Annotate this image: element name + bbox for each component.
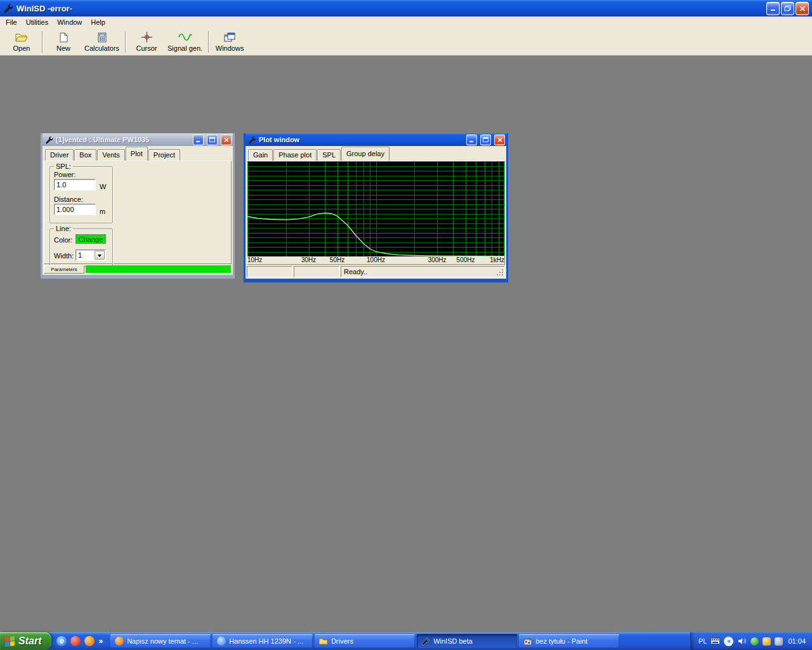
main-titlebar[interactable]: WinISD -error- [0, 0, 812, 17]
taskbar: Start e » Napisz nowy temat - ... Hansse… [0, 632, 812, 650]
menu-utilities[interactable]: Utilities [22, 17, 53, 27]
open-label: Open [13, 44, 30, 52]
groupdelay-plot-svg [247, 161, 504, 256]
new-button[interactable]: New [46, 29, 81, 55]
distance-label: Distance: [54, 196, 83, 203]
tray-antivirus-icon[interactable] [750, 637, 759, 646]
windows-button[interactable]: Windows [212, 29, 247, 55]
task-button-hanssen[interactable]: Hanssen HH 1239N - ... [213, 634, 313, 648]
quick-launch-overflow-chevron[interactable]: » [98, 637, 103, 646]
open-button[interactable]: Open [4, 29, 39, 55]
distance-input[interactable] [54, 204, 96, 215]
project-minimize-button[interactable] [193, 135, 204, 145]
tab-box[interactable]: Box [74, 149, 96, 161]
cursor-label: Cursor [136, 44, 157, 52]
tab-gain[interactable]: Gain [248, 149, 273, 161]
tab-spl[interactable]: SPL [317, 149, 341, 161]
system-tray: PL « 01:04 [690, 632, 812, 650]
task-button-forum[interactable]: Napisz nowy temat - ... [110, 634, 211, 648]
power-label: Power: [54, 171, 75, 178]
tab-group-delay[interactable]: Group delay [341, 147, 390, 161]
quick-launch-app-icon[interactable] [70, 636, 81, 646]
hide-tray-icons-chevron[interactable]: « [724, 637, 733, 646]
language-indicator[interactable]: PL [698, 637, 707, 645]
tab-project[interactable]: Project [148, 149, 180, 161]
plot-window-icon [248, 136, 256, 144]
plot-window-titlebar[interactable]: Plot window [246, 133, 506, 146]
volume-icon[interactable] [737, 637, 747, 646]
tab-vents[interactable]: Vents [97, 149, 125, 161]
menu-window[interactable]: Window [53, 17, 86, 27]
project-close-button[interactable] [221, 135, 232, 145]
tray-app-icon[interactable] [775, 637, 783, 646]
menu-help[interactable]: Help [86, 17, 110, 27]
x-axis-tick-row: 10Hz30Hz50Hz100Hz300Hz500Hz1kHz [247, 256, 504, 264]
chevron-down-icon [98, 255, 102, 259]
cursor-button[interactable]: Cursor [129, 29, 164, 55]
plot-statusbar: Ready.. [247, 266, 505, 277]
line-color-change-button[interactable]: Change [75, 234, 106, 244]
minimize-button[interactable] [766, 2, 780, 15]
tab-phase-plot[interactable]: Phase plot [273, 149, 317, 161]
start-label: Start [18, 635, 41, 647]
tab-plot[interactable]: Plot [126, 147, 148, 161]
task-buttons: Napisz nowy temat - ... Hanssen HH 1239N… [110, 634, 619, 648]
firefox-icon[interactable] [84, 636, 95, 646]
taskbar-clock[interactable]: 01:04 [787, 637, 806, 645]
menu-file[interactable]: File [1, 17, 22, 27]
plot-window[interactable]: Plot window Gain Phase plot SPL Group de… [244, 133, 508, 282]
restore-button[interactable] [781, 2, 794, 15]
plot-window-tabs: Gain Phase plot SPL Group delay [248, 147, 390, 161]
toolbar-separator [42, 31, 43, 53]
paint-app-icon [523, 637, 532, 646]
task-button-winisd[interactable]: WinISD beta [417, 634, 517, 648]
width-dropdown-arrow[interactable] [95, 251, 105, 260]
tray-update-icon[interactable] [763, 637, 771, 646]
project-window[interactable]: [1]vented : Ultimate PW1035 Driver Box V… [41, 133, 235, 279]
power-input[interactable] [54, 179, 96, 190]
parameters-panel[interactable]: Parameters [44, 265, 84, 274]
status-cell-ready: Ready.. [341, 266, 505, 277]
plot-maximize-button[interactable] [480, 135, 491, 145]
width-dropdown[interactable]: 1 [75, 249, 106, 261]
signal-gen-button[interactable]: Signal gen. [164, 29, 206, 55]
winisd-app-icon [3, 3, 13, 13]
progress-bar [86, 265, 232, 274]
plot-minimize-button[interactable] [466, 135, 477, 145]
project-window-title: [1]vented : Ultimate PW1035 [56, 136, 190, 143]
toolbar-separator [208, 31, 209, 53]
internet-explorer-icon[interactable]: e [56, 636, 67, 646]
keyboard-icon[interactable] [710, 637, 720, 646]
quick-launch: e » [51, 632, 108, 650]
calculators-button[interactable]: Calculators [81, 29, 122, 55]
project-window-titlebar[interactable]: [1]vented : Ultimate PW1035 [43, 133, 233, 146]
main-toolbar: Open New Calculators Cursor Signal [0, 28, 812, 56]
status-cell-1 [247, 266, 292, 277]
x-axis-tick: 50Hz [330, 256, 344, 263]
x-axis-tick: 300Hz [428, 256, 447, 263]
x-axis-tick: 1kHz [490, 256, 504, 263]
windows-label: Windows [216, 44, 244, 52]
task-button-paint[interactable]: bez tytułu - Paint [519, 634, 619, 648]
task-button-drivers[interactable]: Drivers [315, 634, 415, 648]
resize-grip[interactable] [495, 268, 504, 277]
spl-group-label: SPL: [54, 162, 73, 170]
firefox-icon [114, 637, 124, 646]
color-label: Color: [54, 236, 72, 244]
project-window-tabs: Driver Box Vents Plot Project [45, 147, 181, 161]
distance-unit: m [100, 208, 105, 215]
close-button[interactable] [796, 2, 809, 15]
width-value: 1 [76, 251, 94, 259]
tab-driver[interactable]: Driver [45, 149, 74, 161]
start-button[interactable]: Start [0, 632, 51, 650]
desktop: WinISD -error- File Utilities Window Hel… [0, 0, 812, 650]
browser-page-icon [216, 637, 226, 646]
plot-close-button[interactable] [494, 135, 505, 145]
plot-window-title: Plot window [259, 136, 463, 143]
main-window-title: WinISD -error- [16, 4, 766, 13]
project-maximize-button[interactable] [207, 135, 218, 145]
folder-icon [318, 637, 328, 646]
plot-area[interactable] [247, 161, 504, 256]
signal-generator-icon [178, 32, 192, 43]
signal-gen-label: Signal gen. [167, 44, 202, 52]
